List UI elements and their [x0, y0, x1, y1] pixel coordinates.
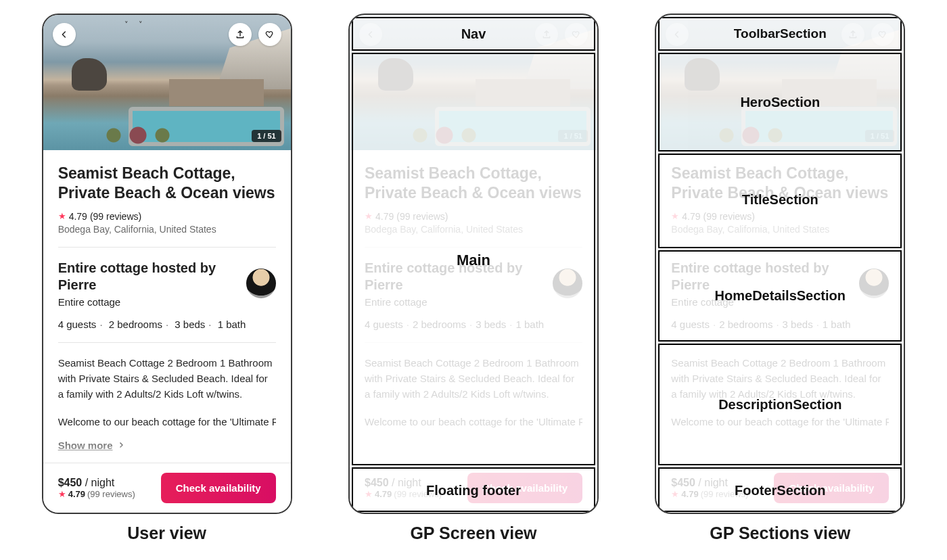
- caption-sections-view: GP Sections view: [710, 523, 850, 543]
- divider: [58, 247, 276, 248]
- star-icon: ★: [58, 211, 66, 221]
- host-heading: Entire cottage hosted by Pierre: [58, 260, 221, 294]
- phone-user-view: ˅ ˅ 1 / 51 Seamist Beach Cottage, Pri: [42, 14, 292, 514]
- host-avatar[interactable]: [246, 269, 276, 298]
- booking-footer: $450 / night ★ 4.79 (99 reviews) Check a…: [43, 463, 291, 513]
- overlay-box-home: [658, 250, 902, 342]
- overlay-box-toolbar: [658, 17, 902, 51]
- back-button[interactable]: [53, 23, 76, 46]
- hero-image[interactable]: ˅ ˅ 1 / 51: [43, 15, 291, 150]
- overlay-box-footer: [352, 467, 595, 512]
- rating-value: 4.79: [69, 211, 87, 222]
- caption-user-view: User view: [127, 523, 206, 543]
- overlay-box-title: [658, 154, 902, 248]
- chevron-right-icon: [117, 441, 125, 449]
- listing-location: Bodega Bay, California, United States: [58, 224, 276, 235]
- caption-screen-view: GP Screen view: [410, 523, 536, 543]
- capacity-line: 4 guests· 2 bedrooms· 3 beds· 1 bath: [58, 319, 276, 330]
- divider: [58, 342, 276, 343]
- share-button[interactable]: [229, 23, 252, 46]
- image-counter: 1 / 51: [252, 130, 281, 142]
- phone-screen-view: 1 / 51 Seamist Beach Cottage, Private Be…: [348, 14, 599, 514]
- overlay-box-hero: [658, 53, 902, 151]
- listing-description: Seamist Beach Cottage 2 Bedroom 1 Bathro…: [58, 355, 276, 430]
- save-button[interactable]: [258, 23, 281, 46]
- phone-sections-view: 1 / 51 Seamist Beach Cottage, Private Be…: [655, 14, 905, 514]
- deck-deco: [169, 79, 264, 106]
- overlay-box-main: [352, 53, 595, 465]
- birds-deco: ˅ ˅: [124, 20, 147, 29]
- share-icon: [235, 29, 246, 40]
- arrow-left-icon: [59, 29, 70, 40]
- host-subtitle: Entire cottage: [58, 296, 221, 308]
- overlay-box-nav: [352, 17, 595, 51]
- overlay-box-desc: [658, 344, 902, 465]
- heart-icon: [264, 29, 275, 40]
- show-more-link[interactable]: Show more: [58, 440, 276, 451]
- footer-rating[interactable]: ★ 4.79 (99 reviews): [58, 489, 135, 499]
- rating-line[interactable]: ★ 4.79 (99 reviews): [58, 211, 276, 222]
- star-icon: ★: [58, 489, 66, 499]
- listing-title: Seamist Beach Cottage, Private Beach & O…: [58, 164, 276, 203]
- review-count: (99 reviews): [90, 211, 141, 222]
- rock-deco: [72, 58, 107, 91]
- plants-deco: [97, 124, 179, 146]
- check-availability-button[interactable]: Check availability: [161, 473, 276, 503]
- price: $450 / night: [58, 477, 135, 489]
- overlay-box-footersec: [658, 467, 902, 512]
